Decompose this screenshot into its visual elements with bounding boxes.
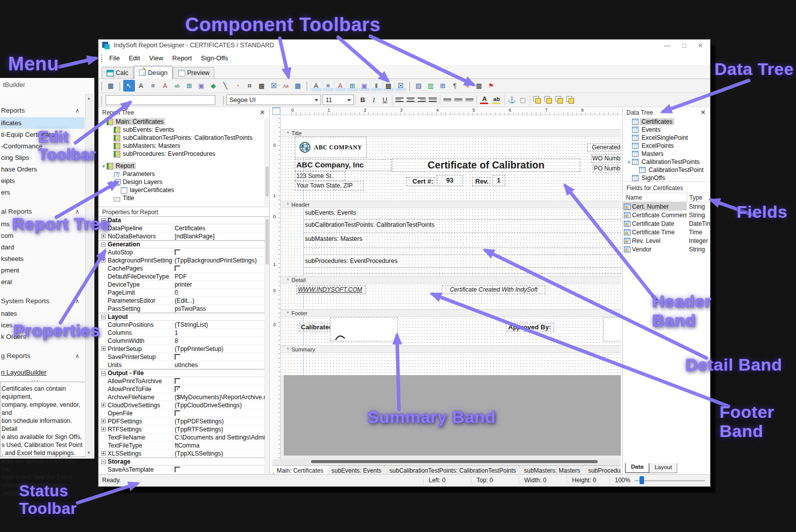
property-value[interactable]: ($MyDocuments)\ReportArchive.raf — [172, 393, 269, 401]
fields-col-type[interactable]: Type — [687, 194, 702, 201]
report-tree-item-submasters-masters[interactable]: subMasters: Masters — [99, 142, 269, 150]
section-header-reports[interactable]: Reports∧ — [0, 104, 85, 117]
toolbar-grip[interactable] — [409, 82, 411, 91]
property-section-storage[interactable]: Storage — [99, 458, 269, 466]
field-name-cell[interactable]: Vendor — [623, 245, 687, 253]
field-row-certificate-date[interactable]: Certificate DateDateTim — [623, 219, 710, 228]
property-row-autostop[interactable]: AutoStop — [99, 248, 269, 256]
view-tab-preview[interactable]: Preview — [173, 67, 214, 78]
report-tree-item-layercertificates[interactable]: layerCertificates — [99, 186, 269, 194]
field-name-cell[interactable]: Rev. Level — [623, 236, 687, 245]
data-tree-item-signoffs[interactable]: SignOffs — [623, 174, 710, 182]
property-row-pagelimit[interactable]: PageLimit0 — [99, 289, 269, 297]
section-header-system-reports[interactable]: System Reports∧ — [0, 295, 85, 308]
report-tree-item-subcalibrationtestpoints-calibrationtestpoints[interactable]: subCalibrationTestPoints: CalibrationTes… — [99, 134, 269, 142]
property-value[interactable]: C:\Documents and Settings\Administr — [172, 433, 269, 441]
menu-item-sign-offs[interactable]: Sign-Offs — [196, 53, 232, 64]
property-row-openfile[interactable]: OpenFile — [99, 409, 269, 417]
barcode-tool[interactable]: ‖‖ — [244, 80, 256, 92]
expand-icon[interactable] — [101, 419, 106, 423]
band-tab-submasters-masters[interactable]: subMasters: Masters — [519, 466, 586, 474]
rev-label-object[interactable]: Rev. — [472, 177, 490, 186]
field-row-certificate-comment[interactable]: Certificate CommentString — [623, 211, 710, 219]
align-justify-button[interactable] — [427, 95, 438, 106]
data-tree-item-calibrationtestpoint[interactable]: CalibrationTestPoint — [623, 166, 710, 174]
property-row-units[interactable]: UnitsutInches — [99, 361, 269, 369]
property-row-devicetype[interactable]: DeviceTypeprinter — [99, 281, 269, 289]
zoom-slider[interactable] — [634, 480, 705, 481]
font-color-button[interactable]: A — [479, 95, 491, 106]
property-value[interactable]: [ndBlankPage] — [172, 232, 269, 240]
band-strip-detail[interactable]: ^ Detail — [281, 276, 621, 284]
report-tree-item-main-certificates[interactable]: ∨Main: Certificates — [99, 118, 269, 126]
checkbox-unchecked-icon[interactable] — [175, 249, 180, 255]
dbtext-tool[interactable]: A — [310, 80, 322, 92]
expand-icon[interactable] — [101, 258, 106, 262]
property-row-clouddrivesettings[interactable]: CloudDriveSettings(TppCloudDriveSettings… — [99, 401, 269, 409]
data-tree-item-masters[interactable]: Masters — [623, 150, 710, 158]
company-name-object[interactable]: ABC Company, Inc — [295, 159, 391, 171]
expand-icon[interactable] — [101, 451, 106, 456]
subreport-object-subprocedures-eventprocedures[interactable]: subProcedures: EventProcedures — [305, 257, 397, 264]
property-row-defaultfiledevicetype[interactable]: DefaultFileDeviceTypePDF — [99, 273, 269, 281]
property-value[interactable]: (TppPDFSettings) — [172, 417, 269, 425]
menu-grip[interactable] — [101, 54, 103, 63]
property-value[interactable] — [172, 385, 269, 393]
property-row-columnwidth[interactable]: ColumnWidth8 — [99, 337, 269, 345]
dbrichtext-tool[interactable]: A — [335, 80, 346, 92]
rev-number-object[interactable]: 1 — [492, 175, 505, 186]
property-value[interactable]: psTwoPass — [172, 305, 269, 312]
expand-icon[interactable] — [101, 403, 106, 407]
band-strip-header[interactable]: ^ Header — [281, 201, 621, 208]
property-value[interactable]: (TppBackgroundPrintSettings) — [172, 256, 269, 264]
band-collapse-icon[interactable]: ^ — [287, 202, 289, 207]
pagebreak-tool[interactable]: ¶ — [449, 80, 461, 92]
menu-item-report[interactable]: Report — [168, 53, 196, 64]
property-row-pdfsettings[interactable]: PDFSettings(TppPDFSettings) — [99, 417, 269, 425]
title-bar[interactable]: IndySoft Report Designer - CERTIFICATES … — [99, 40, 710, 52]
property-row-backgroundprintsetting[interactable]: BackgroundPrintSetting(TppBackgroundPrin… — [99, 256, 269, 264]
toolbar-grip[interactable] — [101, 82, 103, 91]
field-name-cell[interactable]: Certificate Time — [623, 228, 687, 236]
property-row-allowprinttoarchive[interactable]: AllowPrintToArchive — [99, 377, 269, 385]
subreport-tool[interactable]: ▥ — [425, 80, 437, 92]
crosstab-tool[interactable]: ⊞ — [437, 80, 449, 92]
collapse-icon[interactable] — [101, 315, 106, 319]
property-row-xlssettings[interactable]: XLSSettings(TppXLSSettings) — [99, 450, 269, 458]
data-tree-item-excelpoints[interactable]: ExcelPoints — [623, 142, 710, 150]
band-tab-subcalibrationtestpoints-calibrationtestpoints[interactable]: subCalibrationTestPoints: CalibrationTes… — [384, 466, 521, 474]
checkbox-unchecked-icon[interactable] — [175, 378, 180, 384]
data-tree-item-excelsinglepoint[interactable]: ExcelSinglePoint — [623, 134, 710, 142]
dbbarcode-tool[interactable]: ‖ — [371, 80, 382, 92]
tab-data[interactable]: Data — [625, 463, 650, 473]
report-tree-item-design-layers[interactable]: ∨Design Layers — [99, 178, 269, 186]
list-item-eral[interactable]: eral — [0, 276, 85, 288]
memo-tool[interactable]: ≡ — [147, 80, 159, 92]
band-collapse-icon[interactable]: ^ — [287, 278, 289, 283]
checkbox-unchecked-icon[interactable] — [175, 410, 180, 416]
property-value[interactable]: 8 — [172, 337, 269, 344]
property-row-columns[interactable]: Columns1 — [99, 329, 269, 337]
property-row-columnpositions[interactable]: ColumnPositions(TStringList) — [99, 321, 269, 329]
band-collapse-icon[interactable]: ^ — [287, 131, 289, 136]
checkbox-unchecked-icon[interactable] — [175, 467, 180, 472]
maximize-button[interactable]: □ — [677, 41, 692, 51]
band-strip-footer[interactable]: ^ Footer — [281, 309, 621, 317]
property-row-saveastemplate[interactable]: SaveAsTemplate — [99, 466, 269, 474]
close-icon[interactable]: ✕ — [700, 109, 706, 116]
property-value[interactable]: (Edit...) — [172, 297, 269, 304]
region-tool[interactable]: ▤ — [413, 80, 425, 92]
list-item-pment[interactable]: pment — [0, 264, 85, 276]
property-value[interactable]: utInches — [172, 361, 269, 369]
property-row-parameterseditor[interactable]: ParametersEditor(Edit...) — [99, 297, 269, 305]
property-value[interactable]: PDF — [172, 273, 269, 280]
list-item-eipts[interactable]: eipts — [0, 175, 85, 187]
properties-scrollbar[interactable] — [265, 217, 269, 474]
map-tool[interactable]: ⚑ — [486, 80, 497, 92]
property-value[interactable] — [172, 264, 269, 272]
field-name-cell[interactable]: Cert. Number — [623, 202, 687, 211]
menu-item-view[interactable]: View — [144, 53, 168, 64]
field-name-cell[interactable]: Certificate Date — [623, 219, 687, 228]
property-row-cachepages[interactable]: CachePages — [99, 264, 269, 273]
chart-tool[interactable]: ◔ — [232, 80, 244, 92]
